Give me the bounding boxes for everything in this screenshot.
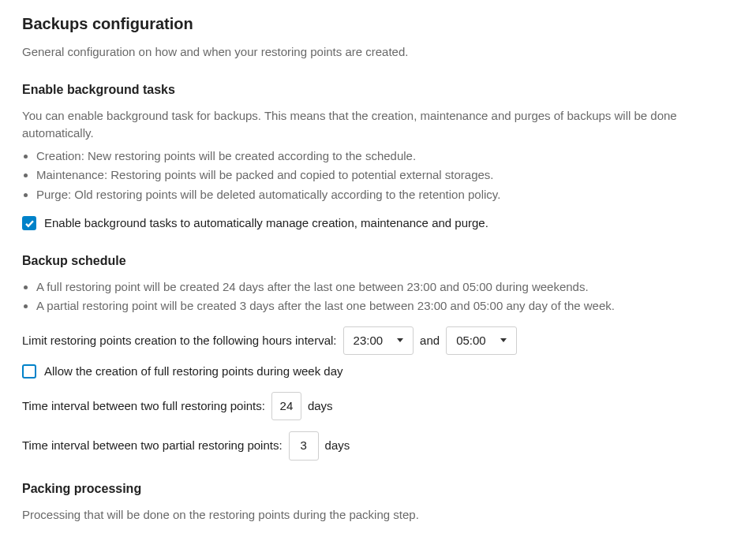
page-subtitle: General configuration on how and when yo… xyxy=(22,43,734,62)
enable-bg-bullet-purge: Purge: Old restoring points will be dele… xyxy=(36,186,734,204)
enable-bg-bullet-maintenance: Maintenance: Restoring points will be pa… xyxy=(36,166,734,185)
full-interval-input[interactable]: 24 xyxy=(271,392,301,421)
partial-interval-input[interactable]: 3 xyxy=(289,431,319,461)
partial-interval-unit: days xyxy=(325,437,350,455)
time-end-value: 05:00 xyxy=(456,332,486,350)
schedule-bullet-full: A full restoring point will be created 2… xyxy=(36,278,734,296)
time-start-value: 23:00 xyxy=(354,332,384,350)
schedule-bullets: A full restoring point will be created 2… xyxy=(22,278,734,315)
enable-bg-bullets: Creation: New restoring points will be c… xyxy=(22,147,734,204)
chevron-down-icon xyxy=(397,338,403,342)
enable-bg-intro: You can enable background task for backu… xyxy=(22,107,734,143)
limit-hours-label: Limit restoring points creation to the f… xyxy=(22,332,337,350)
section-heading-enable-bg: Enable background tasks xyxy=(22,80,734,99)
enable-bg-checkbox[interactable] xyxy=(22,216,36,230)
check-icon xyxy=(24,218,35,229)
time-end-select[interactable]: 05:00 xyxy=(446,326,517,356)
page-title: Backups configuration xyxy=(22,12,734,35)
enable-bg-checkbox-label[interactable]: Enable background tasks to automatically… xyxy=(44,214,488,233)
partial-interval-label: Time interval between two partial restor… xyxy=(22,437,283,455)
chevron-down-icon xyxy=(500,338,507,342)
allow-weekday-checkbox[interactable] xyxy=(22,364,36,379)
time-start-select[interactable]: 23:00 xyxy=(343,326,414,356)
schedule-bullet-partial: A partial restoring point will be create… xyxy=(36,297,734,315)
section-heading-schedule: Backup schedule xyxy=(22,252,734,270)
section-heading-packing: Packing processing xyxy=(22,479,734,498)
packing-desc: Processing that will be done on the rest… xyxy=(22,506,734,524)
full-interval-label: Time interval between two full restoring… xyxy=(22,397,265,416)
full-interval-unit: days xyxy=(308,397,333,416)
allow-weekday-checkbox-label[interactable]: Allow the creation of full restoring poi… xyxy=(44,363,343,381)
and-label: and xyxy=(420,332,440,350)
enable-bg-bullet-creation: Creation: New restoring points will be c… xyxy=(36,147,734,166)
